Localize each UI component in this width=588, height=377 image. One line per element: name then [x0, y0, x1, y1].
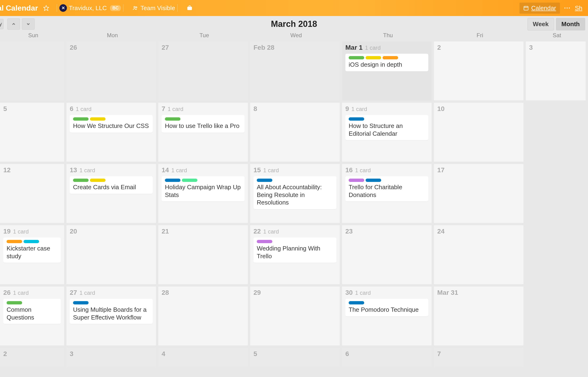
date-label: 21: [161, 228, 244, 235]
calendar-cell[interactable]: 161 cardTrello for Charitable Donations: [342, 164, 434, 225]
calendar-cell[interactable]: 301 cardThe Pomodoro Technique: [342, 286, 434, 348]
label-yellow[interactable]: [366, 56, 381, 59]
label-purple[interactable]: [349, 179, 364, 182]
calendar-cell[interactable]: 271 cardUsing Multiple Boards for a Supe…: [66, 286, 158, 348]
trello-card[interactable]: Create Cards via Email: [70, 176, 153, 194]
label-green[interactable]: [7, 301, 22, 305]
card-labels: [349, 117, 425, 121]
label-cyan[interactable]: [23, 240, 39, 243]
label-purple[interactable]: [257, 240, 272, 243]
label-blue[interactable]: [73, 301, 89, 305]
date-label: 221 card: [254, 228, 336, 235]
label-blue[interactable]: [257, 179, 272, 182]
trello-card[interactable]: How to use Trello like a Pro: [161, 115, 244, 133]
calendar-cell[interactable]: 23: [342, 225, 434, 286]
card-title: All About Accountability: Being Resolute…: [257, 183, 333, 206]
calendar-powerup-button[interactable]: Calendar: [519, 3, 560, 14]
calendar-toolbar: y March 2018 Week Month: [0, 16, 588, 30]
date-label: 8: [254, 105, 336, 113]
calendar-cell[interactable]: Mar 11 cardiOS design in depth: [342, 41, 434, 103]
calendar-cell[interactable]: 71 cardHow to use Trello like a Pro: [158, 103, 250, 164]
label-orange[interactable]: [7, 240, 22, 243]
calendar-cell[interactable]: 151 cardAll About Accountability: Being …: [250, 164, 342, 225]
trello-card[interactable]: Wedding Planning With Trello: [254, 237, 336, 263]
calendar-cell[interactable]: 20: [66, 225, 158, 286]
date-label: 71 card: [161, 105, 244, 113]
calendar-cell[interactable]: 12: [0, 164, 66, 225]
calendar-cell[interactable]: 27: [158, 41, 250, 103]
date-label: 29: [254, 289, 336, 296]
label-orange[interactable]: [382, 56, 398, 59]
date-label: 2: [3, 350, 61, 358]
trello-card[interactable]: iOS design in depth: [345, 54, 428, 71]
card-count: 1 card: [79, 167, 95, 174]
calendar-cell[interactable]: 29: [250, 286, 342, 348]
calendar-cell[interactable]: 191 cardKickstarter case study: [0, 225, 66, 286]
label-yellow[interactable]: [90, 179, 105, 182]
calendar-cell[interactable]: 141 cardHoliday Campaign Wrap Up Stats: [158, 164, 250, 225]
calendar-cell[interactable]: 26: [66, 41, 158, 103]
calendar-cell[interactable]: 10: [434, 103, 526, 164]
calendar-cell[interactable]: 261 cardCommon Questions: [0, 286, 66, 348]
show-menu-link[interactable]: Sh: [575, 4, 582, 12]
more-menu-icon[interactable]: ···: [564, 4, 571, 12]
label-blue[interactable]: [349, 117, 364, 121]
calendar-cell[interactable]: 17: [434, 164, 526, 225]
date-label: 20: [70, 228, 153, 235]
label-blue[interactable]: [349, 301, 364, 305]
date-label: 151 card: [254, 166, 336, 174]
date-label: 2: [437, 44, 520, 51]
trello-card[interactable]: Trello for Charitable Donations: [345, 176, 428, 201]
org-chip[interactable]: ✕ Travidux, LLC BC: [59, 4, 121, 12]
card-count: 1 card: [76, 106, 92, 112]
trello-card[interactable]: How to Structure an Editorial Calendar: [345, 115, 428, 140]
calendar-cell[interactable]: 4: [158, 348, 250, 369]
date-label: 3: [70, 350, 153, 358]
label-blue[interactable]: [366, 179, 381, 182]
calendar-cell[interactable]: 2: [0, 348, 66, 369]
month-view-button[interactable]: Month: [556, 18, 585, 30]
calendar-cell[interactable]: 221 cardWedding Planning With Trello: [250, 225, 342, 286]
dow-thu: Thu: [342, 32, 434, 39]
briefcase-icon[interactable]: [186, 5, 193, 11]
calendar-cell[interactable]: 2: [434, 41, 526, 103]
visibility-button[interactable]: Team Visible: [132, 4, 175, 12]
calendar-cell[interactable]: 8: [250, 103, 342, 164]
trello-card[interactable]: All About Accountability: Being Resolute…: [254, 176, 336, 209]
trello-card[interactable]: How We Structure Our CSS: [70, 115, 153, 133]
trello-card[interactable]: Holiday Campaign Wrap Up Stats: [161, 176, 244, 201]
trello-card[interactable]: Kickstarter case study: [3, 237, 61, 263]
trello-card[interactable]: Using Multiple Boards for a Super Effect…: [70, 299, 153, 324]
calendar-cell[interactable]: Mar 31: [434, 286, 526, 348]
calendar-cell[interactable]: 7: [434, 348, 526, 369]
calendar-cell[interactable]: 61 cardHow We Structure Our CSS: [66, 103, 158, 164]
calendar-cell[interactable]: 5: [0, 103, 66, 164]
trello-card[interactable]: The Pomodoro Technique: [345, 299, 428, 317]
calendar-cell[interactable]: Feb 28: [250, 41, 342, 103]
calendar-cell[interactable]: 3: [66, 348, 158, 369]
card-title: Trello for Charitable Donations: [349, 183, 425, 199]
label-green[interactable]: [165, 117, 180, 121]
label-yellow[interactable]: [90, 117, 105, 121]
prev-month-button[interactable]: [7, 18, 20, 30]
calendar-cell[interactable]: 91 cardHow to Structure an Editorial Cal…: [342, 103, 434, 164]
calendar-cell[interactable]: 6: [342, 348, 434, 369]
calendar-cell[interactable]: 3: [526, 41, 588, 103]
calendar-cell[interactable]: 5: [250, 348, 342, 369]
calendar-cell[interactable]: 21: [158, 225, 250, 286]
label-blue[interactable]: [165, 179, 180, 182]
calendar-cell[interactable]: [0, 41, 66, 103]
calendar-cell[interactable]: 131 cardCreate Cards via Email: [66, 164, 158, 225]
calendar-cell[interactable]: 28: [158, 286, 250, 348]
label-green[interactable]: [349, 56, 364, 59]
calendar-cell[interactable]: 24: [434, 225, 526, 286]
label-green[interactable]: [73, 117, 89, 121]
label-lime[interactable]: [182, 179, 197, 182]
card-title: How to Structure an Editorial Calendar: [349, 122, 425, 137]
star-icon[interactable]: [43, 5, 49, 11]
today-button[interactable]: y: [0, 19, 3, 29]
label-green[interactable]: [73, 179, 89, 182]
next-month-button[interactable]: [22, 18, 35, 30]
week-view-button[interactable]: Week: [528, 18, 554, 30]
trello-card[interactable]: Common Questions: [3, 299, 61, 324]
